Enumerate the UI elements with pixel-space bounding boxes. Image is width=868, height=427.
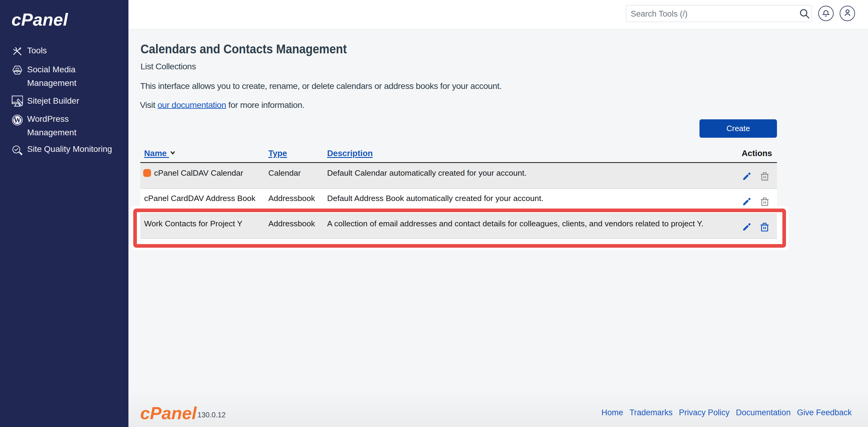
svg-text:W: W	[13, 116, 21, 124]
svg-text:cPanel: cPanel	[140, 404, 197, 422]
svg-text:cPanel: cPanel	[11, 11, 68, 29]
